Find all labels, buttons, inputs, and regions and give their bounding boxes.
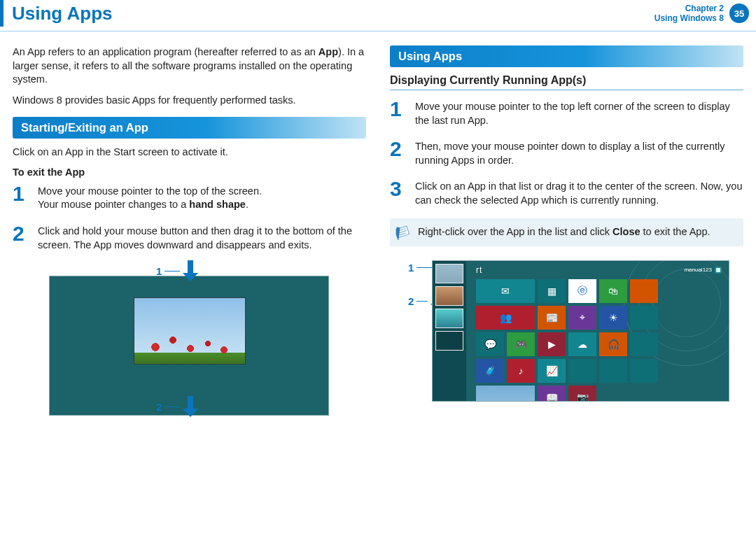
tile-spacer <box>630 332 658 356</box>
callout-1: 1 <box>156 260 198 281</box>
callout-line <box>164 407 180 407</box>
tile-skydrive: ☁ <box>568 332 596 356</box>
arrow-down-icon <box>183 260 198 281</box>
start-tiles: ✉ ▦ ⓔ 🛍 👥 📰 ⌖ ☀ 💬 🎮 ▶ ☁ 🎧 🧳 <box>476 279 658 402</box>
avatar-icon <box>715 267 722 274</box>
tile-weather: ☀ <box>599 306 627 330</box>
chapter-info: Chapter 2 Using Windows 8 <box>654 3 724 24</box>
recent-apps-strip <box>433 261 466 401</box>
callout-2: 2 <box>156 396 198 417</box>
svg-marker-3 <box>183 409 198 417</box>
tile-store: 🛍 <box>599 279 627 303</box>
chapter-line1: Chapter 2 <box>654 3 724 13</box>
exit-illustration: 1 2 <box>41 263 342 414</box>
step-text: Click on an App in that list or drag it … <box>415 178 743 207</box>
recent-app-thumb <box>435 286 463 306</box>
step-number: 2 <box>13 223 29 252</box>
chapter-line2: Using Windows 8 <box>654 13 724 23</box>
tile-spacer <box>599 359 627 383</box>
tile-music: 🎧 <box>599 332 627 356</box>
tile-video: ▶ <box>538 332 566 356</box>
tile-maps: ⌖ <box>568 306 596 330</box>
running-step-2: 2 Then, move your mouse pointer down to … <box>390 139 743 167</box>
step-text: Move your mouse pointer to the top of th… <box>38 183 262 212</box>
text: An App refers to an application program … <box>13 46 318 57</box>
callout-number: 2 <box>156 401 162 413</box>
tile-music2: ♪ <box>507 359 535 383</box>
step-number: 2 <box>390 139 407 167</box>
desktop-mock <box>49 276 329 416</box>
text: Your mouse pointer changes to a <box>38 199 189 210</box>
bold-app-word: App <box>318 46 338 57</box>
step-number: 1 <box>390 99 407 127</box>
text: . <box>246 199 248 210</box>
tile-calendar: ▦ <box>538 279 566 303</box>
section-ribbon-start-exit: Starting/Exiting an App <box>13 117 366 139</box>
tile-travel: 🧳 <box>476 359 504 383</box>
user-name: manual123 <box>684 267 712 273</box>
note-text: to exit the App. <box>640 226 710 237</box>
recent-app-thumb <box>435 264 463 283</box>
callout-number: 1 <box>156 265 162 277</box>
page-title: Using Apps <box>4 3 112 24</box>
tile-news: 📰 <box>538 306 566 330</box>
start-click-text: Click on an App in the Start screen to a… <box>13 146 366 160</box>
callout-number: 1 <box>408 262 414 274</box>
step-text: Move your mouse pointer to the top left … <box>415 99 743 127</box>
step-number: 1 <box>13 183 29 212</box>
arrow-down-icon <box>183 396 198 417</box>
page-number-badge: 35 <box>729 3 749 23</box>
tile-spacer <box>630 359 658 383</box>
user-label: manual123 <box>684 267 722 274</box>
app-window-mock <box>134 297 246 365</box>
tile-spacer <box>630 279 658 303</box>
exit-heading: To exit the App <box>13 167 366 178</box>
exit-step-2: 2 Click and hold your mouse button and t… <box>13 223 366 252</box>
bold-hand-shape: hand shape <box>189 199 246 210</box>
intro-paragraph-2: Windows 8 provides basic Apps for freque… <box>13 94 366 108</box>
tile-ie: ⓔ <box>568 279 596 303</box>
callout-1: 1 <box>408 262 433 274</box>
callout-line <box>416 267 433 268</box>
step-text: Then, move your mouse pointer down to di… <box>415 139 743 167</box>
tile-games: 🎮 <box>507 332 535 356</box>
tile-mail: ✉ <box>476 279 535 303</box>
tile-photos <box>476 386 535 402</box>
note-icon <box>394 223 412 240</box>
left-column: An App refers to an application program … <box>13 45 366 414</box>
start-screen-mock: rt manual123 ✉ ▦ ⓔ 🛍 👥 <box>432 260 729 402</box>
tile-spacer <box>630 306 658 330</box>
note-box: Right-click over the App in the list and… <box>390 218 743 246</box>
recent-app-thumb <box>435 309 463 328</box>
step-text: Click and hold your mouse button and the… <box>38 223 366 252</box>
svg-rect-2 <box>188 396 193 409</box>
start-label: rt <box>476 265 482 275</box>
text: Move your mouse pointer to the top of th… <box>38 185 262 197</box>
running-step-1: 1 Move your mouse pointer to the top lef… <box>390 99 743 127</box>
subsection-heading-running-apps: Displaying Currently Running App(s) <box>390 74 743 90</box>
bold-close-word: Close <box>612 226 640 237</box>
section-ribbon-using-apps: Using Apps <box>390 45 743 67</box>
running-step-3: 3 Click on an App in that list or drag i… <box>390 178 743 207</box>
header-right: Chapter 2 Using Windows 8 35 <box>654 3 749 24</box>
callout-line <box>416 301 428 302</box>
page-header: Using Apps Chapter 2 Using Windows 8 35 <box>0 0 756 27</box>
intro-paragraph-1: An App refers to an application program … <box>13 45 366 87</box>
callout-line <box>164 271 180 271</box>
callout-number: 2 <box>408 295 414 307</box>
svg-rect-0 <box>188 260 193 273</box>
svg-marker-1 <box>183 273 198 281</box>
tile-reader: 📖 <box>538 386 566 402</box>
tile-spacer <box>568 359 596 383</box>
tile-finance: 📈 <box>538 359 566 383</box>
tile-people: 👥 <box>476 306 535 330</box>
tile-messaging: 💬 <box>476 332 504 356</box>
step-number: 3 <box>390 178 407 207</box>
running-apps-illustration: 1 2 rt manual123 <box>390 255 740 405</box>
tile-camera: 📷 <box>568 386 596 402</box>
note-text: Right-click over the App in the list and… <box>418 226 612 237</box>
right-column: Using Apps Displaying Currently Running … <box>390 45 743 414</box>
recent-app-thumb <box>435 331 463 351</box>
exit-step-1: 1 Move your mouse pointer to the top of … <box>13 183 366 212</box>
